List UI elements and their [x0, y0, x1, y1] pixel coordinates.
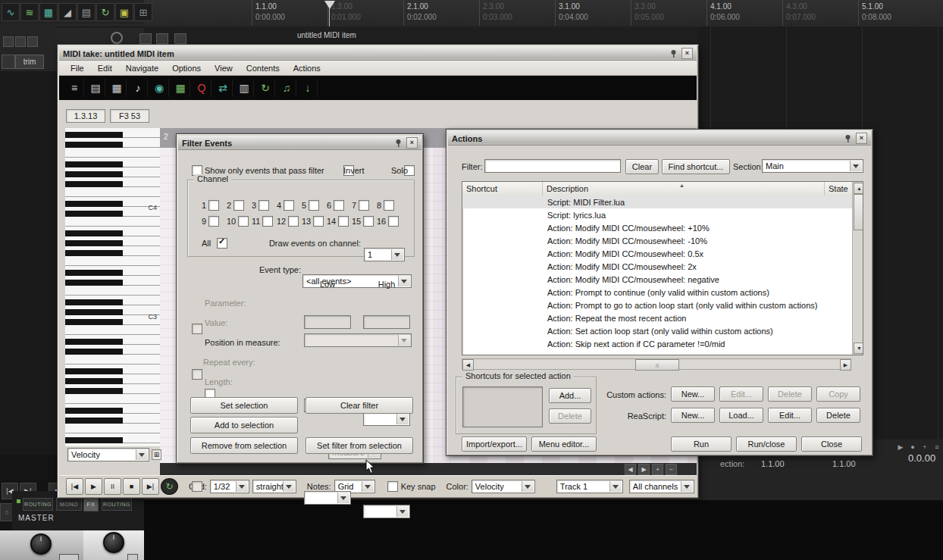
menu-item-navigate[interactable]: Navigate [119, 61, 165, 75]
piano-keys[interactable]: C4C3 [65, 128, 160, 446]
channel-checkbox-8[interactable] [384, 200, 394, 211]
channel-checkbox-13[interactable] [313, 216, 324, 227]
set-selection-button[interactable]: Set selection [190, 397, 298, 414]
master-width-knob[interactable] [103, 532, 124, 553]
scrollbar-thumb[interactable] [854, 194, 863, 230]
clear-filter-button[interactable]: Clear filter [305, 397, 413, 414]
event-list-icon[interactable]: ▦ [108, 79, 127, 97]
close-button[interactable]: Close [801, 436, 862, 452]
go-start-button[interactable]: |◀ [66, 478, 83, 495]
menu-editor-button[interactable]: Menu editor... [531, 436, 597, 452]
colorize-icon[interactable]: ◉ [150, 79, 169, 97]
action-row[interactable]: Action: Skip next action if CC parameter… [462, 337, 852, 350]
menu-item-contents[interactable]: Contents [240, 61, 287, 75]
sync-icon[interactable]: ↻ [96, 3, 114, 21]
action-row[interactable]: Action: Modify MIDI CC/mousewheel: 0.5x [462, 247, 852, 260]
selection-end-value[interactable]: 1.1.00 [832, 459, 856, 468]
scroll-left-icon[interactable]: ◀ [462, 359, 474, 371]
menu-item-edit[interactable]: Edit [91, 61, 119, 75]
scroll-down-icon[interactable]: ▼ [854, 343, 863, 354]
playhead-marker[interactable] [324, 1, 335, 9]
pin-icon[interactable] [393, 138, 403, 148]
play-button[interactable]: ▶ [85, 478, 102, 495]
cc-lane-add-icon[interactable]: ⊞ [152, 449, 161, 460]
channel-checkbox-6[interactable] [334, 200, 344, 211]
scroll-right-icon[interactable]: ▶ [840, 359, 851, 371]
close-button[interactable]: × [406, 137, 418, 149]
add-icon[interactable]: + [920, 443, 929, 452]
mini-box[interactable] [127, 554, 138, 560]
clear-button[interactable]: Clear [625, 159, 659, 174]
piano-view-icon[interactable]: ≡ [65, 79, 84, 97]
action-row[interactable]: Action: Modify MIDI CC/mousewheel: +10% [462, 221, 852, 234]
actions-vscrollbar[interactable]: ▲ ▼ [852, 182, 863, 355]
reascript-load-button[interactable]: Load... [719, 408, 763, 423]
grid-dots-icon[interactable]: ▦ [171, 79, 190, 97]
metronome-icon[interactable]: ⊞ [134, 3, 152, 21]
position-readout[interactable]: 0.0.00 [908, 452, 935, 464]
reascript-delete-button[interactable]: Delete [816, 408, 860, 423]
column-shortcut[interactable]: Shortcut [462, 182, 543, 196]
loop-button[interactable]: ↻ [161, 478, 178, 495]
quantize-icon[interactable]: Q [193, 79, 211, 97]
custom-new-button[interactable]: New... [671, 386, 715, 402]
column-state[interactable]: State [825, 182, 852, 196]
menu-item-actions[interactable]: Actions [287, 61, 327, 75]
master-pan-knob[interactable] [30, 533, 52, 555]
toggle-box-icon[interactable] [174, 33, 186, 44]
position-high-select[interactable] [363, 412, 410, 426]
zoom-in-button[interactable]: + [652, 464, 663, 475]
preview-notes-icon[interactable]: ♫ [277, 79, 296, 97]
hscrollbar-thumb[interactable]: ||| [635, 359, 679, 371]
named-notes-icon[interactable]: ▤ [86, 79, 105, 97]
import-export-button[interactable]: Import/export... [462, 436, 527, 452]
action-row[interactable]: Action: Set action loop start (only vali… [462, 324, 852, 337]
envelope-icon[interactable]: ◢ [58, 3, 77, 21]
channel-checkbox-3[interactable] [258, 200, 269, 211]
mini-dropdown[interactable] [59, 554, 79, 560]
action-row[interactable]: Script: lyrics.lua [462, 208, 852, 221]
channel-checkbox-2[interactable] [233, 200, 244, 211]
remove-from-selection-button[interactable]: Remove from selection [190, 437, 298, 454]
action-row[interactable]: Action: Prompt to continue (only valid w… [462, 286, 852, 299]
grid-icon[interactable]: ▤ [77, 3, 96, 21]
custom-copy-button[interactable]: Copy [816, 386, 860, 402]
midi-item-label[interactable]: untitled MIDI item [297, 30, 356, 40]
close-button[interactable]: × [856, 133, 867, 144]
shortcut-list[interactable] [462, 386, 543, 427]
filter-input[interactable] [484, 159, 621, 173]
value-checkbox[interactable] [192, 369, 202, 380]
play-icon[interactable]: ▶ [896, 443, 905, 452]
import-notes-icon[interactable]: ↓ [299, 79, 318, 97]
menu-item-file[interactable]: File [64, 61, 91, 75]
channel-checkbox-5[interactable] [309, 200, 319, 211]
draw-channel-select[interactable]: 1 [364, 248, 405, 261]
pencil-wave-icon[interactable]: ≋ [20, 3, 39, 21]
master-fx-button[interactable]: FX [83, 496, 99, 512]
trim-envelope-button[interactable]: trim [15, 55, 44, 69]
action-row[interactable]: Action: Repeat the most recent action [462, 311, 852, 324]
master-mute-led[interactable] [17, 499, 20, 503]
lock-icon[interactable]: ▣ [115, 3, 133, 21]
length-high-select[interactable] [363, 505, 410, 518]
pointer-wave-icon[interactable]: ∿ [2, 3, 20, 21]
channel-checkbox-12[interactable] [288, 216, 299, 227]
all-checkbox[interactable] [217, 238, 227, 249]
master-routing-button[interactable]: ROUTING [23, 498, 53, 511]
grid-shape-select[interactable]: straight [252, 480, 296, 493]
action-row[interactable]: Script: MIDI Filter.lua [462, 196, 852, 208]
item-grid-icon[interactable]: ▦ [39, 3, 58, 21]
panel-mini-icon[interactable] [15, 36, 26, 47]
scroll-right-button[interactable]: ▶ [638, 464, 650, 475]
go-end-button[interactable]: ▶| [142, 478, 159, 495]
action-row[interactable]: Action: Modify MIDI CC/mousewheel: 2x [462, 260, 852, 273]
master-mono-button[interactable]: MONO [56, 498, 82, 511]
custom-delete-button[interactable]: Delete [768, 386, 812, 402]
run-close-button[interactable]: Run/close [736, 436, 797, 452]
envelope-mini-icon[interactable] [2, 55, 15, 69]
scroll-left-button[interactable]: ◀ [625, 464, 636, 475]
toggle-box-icon[interactable] [139, 33, 152, 44]
key-snap-checkbox[interactable] [387, 481, 398, 492]
menu-item-view[interactable]: View [208, 61, 240, 75]
add-to-selection-button[interactable]: Add to selection [190, 417, 298, 433]
